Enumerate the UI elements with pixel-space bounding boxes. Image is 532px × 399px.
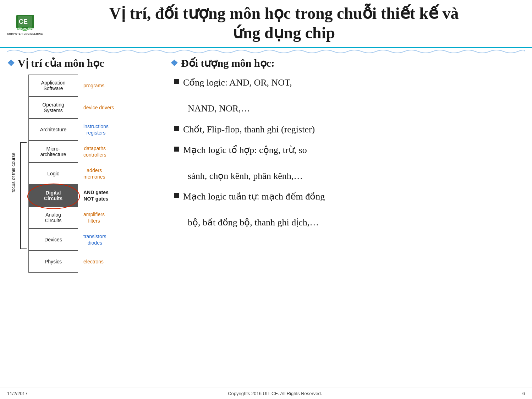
stack-box-physics: Physics — [28, 251, 78, 273]
header: CE COMPUTER ENGINEERING Vị trí, đối tượn… — [0, 0, 532, 48]
stack-box-analog-circuits: Analog Circuits — [28, 207, 78, 229]
label-programs: programs — [83, 75, 114, 97]
label-adders-memories: addersmemories — [83, 163, 114, 185]
label-device-drivers: device drivers — [83, 97, 114, 119]
diagram-container: focus of this course Application Softwar… — [11, 75, 156, 273]
stack-box-digital-circuits: DigitalCircuits — [28, 185, 78, 207]
stack-box-operating-systems: Operating Systems — [28, 97, 78, 119]
footer-page: 6 — [522, 391, 525, 396]
footer-date: 11/2/2017 — [7, 391, 28, 396]
stack-box-architecture: Architecture — [28, 119, 78, 141]
label-amplifiers-filters: amplifiersfilters — [83, 207, 114, 229]
right-heading: ❖ Đối tượng môn học: — [170, 57, 525, 69]
diamond-bullet-right: ❖ — [170, 58, 178, 68]
stack-box-devices: Devices — [28, 229, 78, 251]
label-and-not-gates: AND gatesNOT gates — [83, 185, 114, 207]
stack-column: Application Software Operating Systems A… — [28, 75, 78, 273]
footer-copyright: Copyrights 2016 UIT-CE. All Rights Reser… — [28, 391, 522, 396]
bullet-item-4: Mạch logic tuần tự: mạch đếm đồng bộ, bấ… — [174, 190, 525, 229]
label-instructions-registers: instructionsregisters — [83, 119, 114, 141]
header-title: Vị trí, đối tượng môn học trong chuỗi th… — [46, 4, 521, 44]
svg-text:CE: CE — [19, 18, 28, 25]
focus-label-container: focus of this course — [11, 153, 16, 192]
focus-bracket — [18, 141, 28, 251]
diamond-bullet-left: ❖ — [7, 58, 15, 68]
left-heading: ❖ Vị trí của môn học — [7, 57, 156, 69]
left-section: ❖ Vị trí của môn học focus of this cours… — [7, 57, 156, 399]
wave-divider — [0, 48, 532, 55]
bullet-square-2 — [174, 126, 179, 131]
stack-box-logic: Logic — [28, 163, 78, 185]
bullet-item-3: Mạch logic tổ hợp: cộng, trừ, so sánh, c… — [174, 144, 525, 182]
stack-box-microarchitecture: Micro- architecture — [28, 141, 78, 163]
label-transistors-diodes: transistorsdiodes — [83, 229, 114, 251]
bullet-list: Cổng logic: AND, OR, NOT, NAND, NOR,… Ch… — [170, 76, 525, 229]
focus-label: focus of this course — [11, 153, 16, 192]
logo-area: CE COMPUTER ENGINEERING — [7, 13, 43, 35]
label-electrons: electrons — [83, 251, 114, 273]
bullet-item-1: Cổng logic: AND, OR, NOT, NAND, NOR,… — [174, 76, 525, 115]
logo-icon: CE — [15, 13, 36, 33]
stack-box-application-software: Application Software — [28, 75, 78, 97]
bullet-item-2: Chốt, Flip-flop, thanh ghi (register) — [174, 123, 525, 136]
labels-column: programs device drivers instructionsregi… — [83, 75, 114, 273]
footer: 11/2/2017 Copyrights 2016 UIT-CE. All Ri… — [0, 388, 532, 399]
logo-text: COMPUTER ENGINEERING — [7, 33, 43, 35]
bullet-square-3 — [174, 147, 179, 152]
bullet-square-1 — [174, 79, 179, 84]
bullet-square-4 — [174, 193, 179, 198]
main-content: ❖ Vị trí của môn học focus of this cours… — [0, 57, 532, 399]
label-datapaths-controllers: datapathscontrollers — [83, 141, 114, 163]
right-section: ❖ Đối tượng môn học: Cổng logic: AND, OR… — [156, 57, 525, 399]
